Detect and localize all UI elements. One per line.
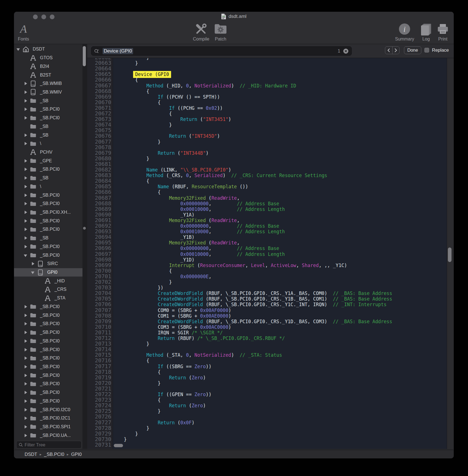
tree-item-sb[interactable]: _SB <box>14 174 82 182</box>
disclosure-closed-icon[interactable] <box>23 399 28 403</box>
disclosure-closed-icon[interactable] <box>23 167 28 172</box>
tree-item-sb[interactable]: _SB <box>14 122 82 131</box>
disclosure-open-icon[interactable] <box>31 270 35 275</box>
tree-item-gpe[interactable]: _GPE <box>14 156 82 165</box>
tree-item-sbpci0[interactable]: _SB.PCI0 <box>14 105 82 114</box>
print-button[interactable]: Print <box>437 23 449 42</box>
tree-item-crs[interactable]: _CRS <box>14 285 82 294</box>
find-previous-button[interactable] <box>385 47 393 54</box>
summary-button[interactable]: i Summary <box>395 23 414 42</box>
tree-item-sbpci0i2c1[interactable]: _SB.PCI0.I2C1 <box>14 414 82 423</box>
disclosure-closed-icon[interactable] <box>23 141 28 146</box>
tree-item-sbpci0[interactable]: _SB.PCI0 <box>14 345 82 354</box>
tree-item-sb[interactable]: _SB <box>14 96 82 105</box>
tree-item-sbpci0[interactable]: _SB.PCI0 <box>14 380 82 388</box>
log-button[interactable]: Log <box>420 23 432 42</box>
disclosure-open-icon[interactable] <box>23 253 28 258</box>
tree-item-dsdt[interactable]: DSDT <box>14 45 82 54</box>
tree-item-sbpci0[interactable]: _SB.PCI0 <box>14 311 82 320</box>
tree-item-sbpci0[interactable]: _SB.PCI0 <box>14 397 82 405</box>
tree-item-sbpci0[interactable]: _SB.PCI0 <box>14 165 82 174</box>
sidebar-divider[interactable] <box>82 44 87 449</box>
tree-item-b2st[interactable]: B2ST <box>14 71 82 79</box>
disclosure-closed-icon[interactable] <box>23 408 28 412</box>
code-editor[interactable]: 20662 }20663 }2066420665 Device (GPI0206… <box>87 58 454 449</box>
disclosure-closed-icon[interactable] <box>23 425 28 429</box>
tree-item-sbpci0[interactable]: _SB.PCI0 <box>14 354 82 363</box>
tree-item-sirc[interactable]: SIRC <box>14 260 82 268</box>
done-button[interactable]: Done <box>404 46 421 54</box>
tree-item-sbpci0[interactable]: _SB.PCI0 <box>14 363 82 371</box>
disclosure-closed-icon[interactable] <box>23 116 28 120</box>
disclosure-closed-icon[interactable] <box>23 159 28 163</box>
disclosure-open-icon[interactable] <box>16 47 21 51</box>
disclosure-closed-icon[interactable] <box>23 99 28 103</box>
clear-search-icon[interactable] <box>343 48 349 54</box>
disclosure-closed-icon[interactable] <box>23 416 28 420</box>
tree-item-sbpci0[interactable]: _SB.PCI0 <box>14 337 82 345</box>
tree-item-sbpci0[interactable]: _SB.PCI0 <box>14 199 82 208</box>
tree-item-sbpci0[interactable]: _SB.PCI0 <box>14 251 82 260</box>
disclosure-closed-icon[interactable] <box>23 133 28 137</box>
vertical-scrollbar[interactable] <box>448 247 452 262</box>
find-next-button[interactable] <box>393 47 400 54</box>
tree-item-sbpci0[interactable]: _SB.PCI0 <box>14 191 82 199</box>
disclosure-closed-icon[interactable] <box>23 81 28 86</box>
patch-button[interactable]: Patch <box>214 23 227 42</box>
breadcrumb-item[interactable]: DSDT <box>25 452 37 457</box>
tree-item-hid[interactable]: _HID <box>14 277 82 285</box>
breadcrumb-item[interactable]: _SB.PCI0 <box>44 452 64 457</box>
compile-button[interactable]: Compile <box>193 23 209 42</box>
disclosure-closed-icon[interactable] <box>23 322 28 326</box>
tree-item-sbpci0ua[interactable]: _SB.PCI0.UA... <box>14 431 82 440</box>
disclosure-closed-icon[interactable] <box>23 227 28 232</box>
tree-item-sbpci0[interactable]: _SB.PCI0 <box>14 320 82 328</box>
tree-item-pchv[interactable]: PCHV <box>14 148 82 157</box>
disclosure-closed-icon[interactable] <box>23 210 28 215</box>
disclosure-closed-icon[interactable] <box>23 313 28 318</box>
disclosure-closed-icon[interactable] <box>23 348 28 352</box>
tree-item-sbpci0[interactable]: _SB.PCI0 <box>14 114 82 122</box>
horizontal-scrollbar[interactable] <box>114 444 123 447</box>
tree-item-gtos[interactable]: GTOS <box>14 54 82 62</box>
breadcrumb-item[interactable]: GPI0 <box>71 452 82 457</box>
disclosure-closed-icon[interactable] <box>23 236 28 240</box>
fonts-button[interactable]: A Fonts <box>18 23 29 42</box>
disclosure-closed-icon[interactable] <box>23 244 28 249</box>
tree-item-sb[interactable]: _SB <box>14 131 82 139</box>
disclosure-closed-icon[interactable] <box>23 365 28 369</box>
tree-item-sb[interactable]: _SB <box>14 234 82 242</box>
tree-item-sbpci0[interactable]: _SB.PCI0 <box>14 242 82 251</box>
disclosure-closed-icon[interactable] <box>23 390 28 395</box>
tree-item-sbpci0spi1[interactable]: _SB.PCI0.SPI1 <box>14 423 82 431</box>
disclosure-closed-icon[interactable] <box>23 193 28 197</box>
disclosure-closed-icon[interactable] <box>23 373 28 378</box>
filter-tree-input[interactable]: Filter Tree <box>16 441 82 449</box>
disclosure-closed-icon[interactable] <box>23 201 28 206</box>
tree-item-sbpci0[interactable]: _SB.PCI0 <box>14 303 82 311</box>
find-field[interactable]: Device (GPI0 1 <box>91 46 352 56</box>
disclosure-closed-icon[interactable] <box>31 261 35 266</box>
tree-item-sbwmiv[interactable]: _SB.WMIV <box>14 88 82 97</box>
disclosure-closed-icon[interactable] <box>23 176 28 180</box>
tree-item-sbpci0xh[interactable]: _SB.PCI0.XH... <box>14 208 82 217</box>
tree-item-sbpci0[interactable]: _SB.PCI0 <box>14 328 82 337</box>
tree-item-sbpci0[interactable]: _SB.PCI0 <box>14 371 82 380</box>
divider-handle-icon[interactable] <box>83 227 86 230</box>
disclosure-closed-icon[interactable] <box>23 304 28 309</box>
disclosure-closed-icon[interactable] <box>23 433 28 438</box>
disclosure-closed-icon[interactable] <box>23 382 28 386</box>
tree-item-gpi0[interactable]: GPI0 <box>14 268 82 277</box>
disclosure-closed-icon[interactable] <box>23 219 28 223</box>
tree-item-sbwmib[interactable]: _SB.WMIB <box>14 79 82 88</box>
tree-item-sbpci0i2c0[interactable]: _SB.PCI0.I2C0 <box>14 405 82 414</box>
disclosure-closed-icon[interactable] <box>23 356 28 360</box>
replace-checkbox[interactable] <box>424 48 429 53</box>
disclosure-closed-icon[interactable] <box>23 339 28 343</box>
disclosure-closed-icon[interactable] <box>23 330 28 335</box>
tree-item-sbpci0[interactable]: _SB.PCI0 <box>14 388 82 397</box>
sidebar-scrollbar[interactable] <box>83 46 86 66</box>
disclosure-closed-icon[interactable] <box>23 90 28 94</box>
tree-item-b2i4[interactable]: B2I4 <box>14 62 82 71</box>
disclosure-closed-icon[interactable] <box>23 184 28 189</box>
